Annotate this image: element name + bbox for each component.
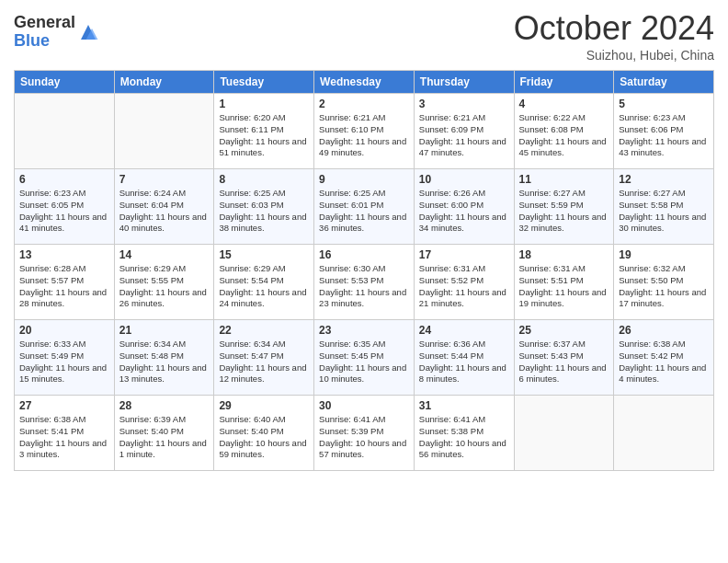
empty-cell xyxy=(114,94,214,169)
day-number: 27 xyxy=(19,399,109,412)
day-number: 20 xyxy=(19,324,109,337)
day-cell-28: 28Sunrise: 6:39 AM Sunset: 5:40 PM Dayli… xyxy=(114,396,214,471)
day-cell-10: 10Sunrise: 6:26 AM Sunset: 6:00 PM Dayli… xyxy=(414,169,514,245)
cell-info: Sunrise: 6:41 AM Sunset: 5:39 PM Dayligh… xyxy=(319,414,409,461)
cell-info: Sunrise: 6:28 AM Sunset: 5:57 PM Dayligh… xyxy=(19,263,109,310)
day-number: 30 xyxy=(319,399,409,412)
cell-info: Sunrise: 6:29 AM Sunset: 5:54 PM Dayligh… xyxy=(219,263,309,310)
cell-info: Sunrise: 6:39 AM Sunset: 5:40 PM Dayligh… xyxy=(119,414,210,461)
day-number: 14 xyxy=(119,248,210,261)
week-row-1: 1Sunrise: 6:20 AM Sunset: 6:11 PM Daylig… xyxy=(15,94,714,169)
cell-info: Sunrise: 6:36 AM Sunset: 5:44 PM Dayligh… xyxy=(419,339,509,385)
day-cell-16: 16Sunrise: 6:30 AM Sunset: 5:53 PM Dayli… xyxy=(314,245,415,320)
day-header-tuesday: Tuesday xyxy=(214,71,314,94)
day-cell-17: 17Sunrise: 6:31 AM Sunset: 5:52 PM Dayli… xyxy=(414,245,514,320)
day-number: 21 xyxy=(119,324,210,337)
day-number: 6 xyxy=(19,173,109,186)
day-cell-11: 11Sunrise: 6:27 AM Sunset: 5:59 PM Dayli… xyxy=(514,169,614,245)
title-section: October 2024 Suizhou, Hubei, China xyxy=(514,9,714,63)
day-number: 9 xyxy=(319,173,409,186)
logo-icon xyxy=(77,21,99,43)
cell-info: Sunrise: 6:25 AM Sunset: 6:03 PM Dayligh… xyxy=(219,188,309,235)
cell-info: Sunrise: 6:31 AM Sunset: 5:51 PM Dayligh… xyxy=(519,263,609,310)
day-cell-13: 13Sunrise: 6:28 AM Sunset: 5:57 PM Dayli… xyxy=(15,245,115,320)
day-cell-9: 9Sunrise: 6:25 AM Sunset: 6:01 PM Daylig… xyxy=(314,169,415,245)
logo-general: General xyxy=(14,14,75,32)
cell-info: Sunrise: 6:27 AM Sunset: 5:58 PM Dayligh… xyxy=(619,188,709,235)
calendar-table: SundayMondayTuesdayWednesdayThursdayFrid… xyxy=(14,70,714,471)
cell-info: Sunrise: 6:23 AM Sunset: 6:06 PM Dayligh… xyxy=(619,112,709,159)
day-cell-14: 14Sunrise: 6:29 AM Sunset: 5:55 PM Dayli… xyxy=(114,245,214,320)
cell-info: Sunrise: 6:21 AM Sunset: 6:09 PM Dayligh… xyxy=(419,112,509,159)
month-title: October 2024 xyxy=(514,9,714,48)
cell-info: Sunrise: 6:29 AM Sunset: 5:55 PM Dayligh… xyxy=(119,263,210,310)
cell-info: Sunrise: 6:21 AM Sunset: 6:10 PM Dayligh… xyxy=(319,112,409,159)
day-cell-24: 24Sunrise: 6:36 AM Sunset: 5:44 PM Dayli… xyxy=(414,320,514,396)
day-cell-12: 12Sunrise: 6:27 AM Sunset: 5:58 PM Dayli… xyxy=(614,169,714,245)
day-cell-23: 23Sunrise: 6:35 AM Sunset: 5:45 PM Dayli… xyxy=(314,320,415,396)
week-row-3: 13Sunrise: 6:28 AM Sunset: 5:57 PM Dayli… xyxy=(15,245,714,320)
day-cell-27: 27Sunrise: 6:38 AM Sunset: 5:41 PM Dayli… xyxy=(15,396,115,471)
cell-info: Sunrise: 6:30 AM Sunset: 5:53 PM Dayligh… xyxy=(319,263,409,310)
cell-info: Sunrise: 6:22 AM Sunset: 6:08 PM Dayligh… xyxy=(519,112,609,159)
week-row-4: 20Sunrise: 6:33 AM Sunset: 5:49 PM Dayli… xyxy=(15,320,714,396)
day-header-wednesday: Wednesday xyxy=(314,71,415,94)
cell-info: Sunrise: 6:40 AM Sunset: 5:40 PM Dayligh… xyxy=(219,414,309,461)
day-number: 12 xyxy=(619,173,709,186)
header-row: SundayMondayTuesdayWednesdayThursdayFrid… xyxy=(15,71,714,94)
day-number: 25 xyxy=(519,324,609,337)
cell-info: Sunrise: 6:24 AM Sunset: 6:04 PM Dayligh… xyxy=(119,188,210,235)
cell-info: Sunrise: 6:33 AM Sunset: 5:49 PM Dayligh… xyxy=(19,339,109,385)
day-header-sunday: Sunday xyxy=(15,71,115,94)
day-cell-31: 31Sunrise: 6:41 AM Sunset: 5:38 PM Dayli… xyxy=(414,396,514,471)
day-number: 7 xyxy=(119,173,210,186)
day-number: 24 xyxy=(419,324,509,337)
day-number: 19 xyxy=(619,248,709,261)
logo-blue: Blue xyxy=(14,32,75,51)
day-number: 8 xyxy=(219,173,309,186)
day-header-monday: Monday xyxy=(114,71,214,94)
day-cell-29: 29Sunrise: 6:40 AM Sunset: 5:40 PM Dayli… xyxy=(214,396,314,471)
day-number: 31 xyxy=(419,399,509,412)
cell-info: Sunrise: 6:27 AM Sunset: 5:59 PM Dayligh… xyxy=(519,188,609,235)
cell-info: Sunrise: 6:23 AM Sunset: 6:05 PM Dayligh… xyxy=(19,188,109,235)
day-cell-25: 25Sunrise: 6:37 AM Sunset: 5:43 PM Dayli… xyxy=(514,320,614,396)
day-number: 28 xyxy=(119,399,210,412)
empty-cell xyxy=(514,396,614,471)
day-number: 29 xyxy=(219,399,309,412)
cell-info: Sunrise: 6:34 AM Sunset: 5:48 PM Dayligh… xyxy=(119,339,210,385)
calendar-container: General Blue October 2024 Suizhou, Hubei… xyxy=(0,0,728,563)
day-cell-6: 6Sunrise: 6:23 AM Sunset: 6:05 PM Daylig… xyxy=(15,169,115,245)
cell-info: Sunrise: 6:34 AM Sunset: 5:47 PM Dayligh… xyxy=(219,339,309,385)
day-number: 3 xyxy=(419,98,509,110)
day-cell-19: 19Sunrise: 6:32 AM Sunset: 5:50 PM Dayli… xyxy=(614,245,714,320)
day-number: 17 xyxy=(419,248,509,261)
day-cell-15: 15Sunrise: 6:29 AM Sunset: 5:54 PM Dayli… xyxy=(214,245,314,320)
day-cell-5: 5Sunrise: 6:23 AM Sunset: 6:06 PM Daylig… xyxy=(614,94,714,169)
day-cell-8: 8Sunrise: 6:25 AM Sunset: 6:03 PM Daylig… xyxy=(214,169,314,245)
day-cell-18: 18Sunrise: 6:31 AM Sunset: 5:51 PM Dayli… xyxy=(514,245,614,320)
location-subtitle: Suizhou, Hubei, China xyxy=(514,48,714,63)
cell-info: Sunrise: 6:38 AM Sunset: 5:42 PM Dayligh… xyxy=(619,339,709,385)
week-row-2: 6Sunrise: 6:23 AM Sunset: 6:05 PM Daylig… xyxy=(15,169,714,245)
cell-info: Sunrise: 6:35 AM Sunset: 5:45 PM Dayligh… xyxy=(319,339,409,385)
day-cell-20: 20Sunrise: 6:33 AM Sunset: 5:49 PM Dayli… xyxy=(15,320,115,396)
header: General Blue October 2024 Suizhou, Hubei… xyxy=(14,9,714,63)
cell-info: Sunrise: 6:31 AM Sunset: 5:52 PM Dayligh… xyxy=(419,263,509,310)
day-cell-2: 2Sunrise: 6:21 AM Sunset: 6:10 PM Daylig… xyxy=(314,94,415,169)
day-number: 16 xyxy=(319,248,409,261)
day-number: 22 xyxy=(219,324,309,337)
week-row-5: 27Sunrise: 6:38 AM Sunset: 5:41 PM Dayli… xyxy=(15,396,714,471)
day-cell-26: 26Sunrise: 6:38 AM Sunset: 5:42 PM Dayli… xyxy=(614,320,714,396)
cell-info: Sunrise: 6:25 AM Sunset: 6:01 PM Dayligh… xyxy=(319,188,409,235)
day-number: 15 xyxy=(219,248,309,261)
day-number: 2 xyxy=(319,98,409,110)
day-number: 13 xyxy=(19,248,109,261)
cell-info: Sunrise: 6:32 AM Sunset: 5:50 PM Dayligh… xyxy=(619,263,709,310)
day-cell-30: 30Sunrise: 6:41 AM Sunset: 5:39 PM Dayli… xyxy=(314,396,415,471)
day-header-thursday: Thursday xyxy=(414,71,514,94)
day-number: 5 xyxy=(619,98,709,110)
day-cell-21: 21Sunrise: 6:34 AM Sunset: 5:48 PM Dayli… xyxy=(114,320,214,396)
day-cell-22: 22Sunrise: 6:34 AM Sunset: 5:47 PM Dayli… xyxy=(214,320,314,396)
logo-text: General Blue xyxy=(14,14,75,51)
